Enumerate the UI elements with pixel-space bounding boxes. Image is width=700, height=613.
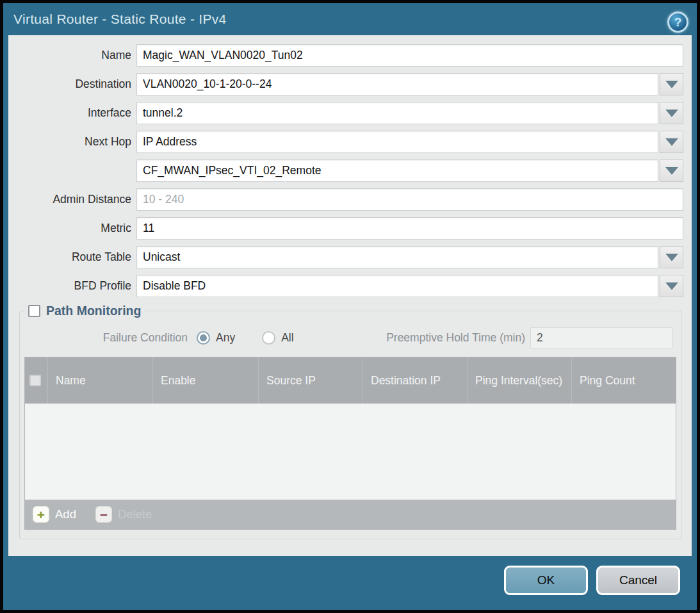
delete-button[interactable]: − Delete bbox=[95, 506, 152, 523]
add-icon: + bbox=[33, 506, 49, 523]
dialog-window: Virtual Router - Static Route - IPv4 ? N… bbox=[3, 3, 697, 610]
bfd-profile-select[interactable]: Disable BFD bbox=[136, 275, 658, 297]
chevron-down-icon bbox=[665, 167, 678, 175]
next-hop-address-dropdown-button[interactable] bbox=[660, 159, 683, 182]
column-header-ping-count: Ping Count bbox=[572, 357, 676, 404]
bfd-profile-selected-value: Disable BFD bbox=[143, 279, 206, 293]
form-row-next-hop: Next Hop IP Address bbox=[8, 131, 683, 153]
route-table-select[interactable]: Unicast bbox=[136, 246, 658, 268]
interface-label: Interface bbox=[8, 106, 131, 120]
destination-label: Destination bbox=[8, 78, 131, 91]
radio-any-label: Any bbox=[216, 331, 235, 345]
help-icon-glyph: ? bbox=[674, 15, 682, 29]
metric-label: Metric bbox=[8, 222, 131, 235]
route-table-label: Route Table bbox=[8, 250, 131, 264]
path-monitoring-table-header: Name Enable Source IP Destination IP Pin… bbox=[25, 357, 676, 404]
chevron-down-icon bbox=[665, 254, 678, 261]
delete-icon: − bbox=[95, 506, 112, 523]
radio-all-label: All bbox=[281, 331, 293, 345]
column-header-source-ip: Source IP bbox=[259, 357, 363, 404]
path-monitoring-checkbox[interactable] bbox=[28, 305, 40, 317]
path-monitoring-group: Path Monitoring Failure Condition Any Al… bbox=[19, 304, 681, 539]
cancel-button[interactable]: Cancel bbox=[596, 566, 680, 595]
dialog-footer: OK Cancel bbox=[504, 566, 680, 595]
chevron-down-icon bbox=[665, 282, 678, 290]
admin-distance-input[interactable] bbox=[136, 188, 683, 211]
help-icon[interactable]: ? bbox=[667, 12, 688, 33]
path-monitoring-title: Path Monitoring bbox=[46, 304, 141, 318]
chevron-down-icon bbox=[665, 138, 678, 146]
form-row-bfd-profile: BFD Profile Disable BFD bbox=[8, 275, 683, 297]
metric-input[interactable] bbox=[136, 217, 683, 240]
interface-dropdown-button[interactable] bbox=[660, 102, 683, 124]
path-monitoring-table-body bbox=[25, 404, 676, 500]
destination-dropdown-button[interactable] bbox=[660, 73, 683, 95]
column-header-name: Name bbox=[48, 357, 153, 404]
form-row-name: Name bbox=[8, 44, 683, 67]
form-row-admin-distance: Admin Distance bbox=[8, 188, 683, 211]
form-row-route-table: Route Table Unicast bbox=[8, 246, 683, 268]
chevron-down-icon bbox=[665, 110, 678, 117]
next-hop-label: Next Hop bbox=[8, 135, 131, 149]
path-monitoring-table-toolbar: + Add − Delete bbox=[25, 500, 676, 529]
radio-any-icon bbox=[197, 331, 210, 345]
next-hop-dropdown-button[interactable] bbox=[660, 131, 683, 153]
admin-distance-label: Admin Distance bbox=[8, 193, 131, 206]
form-row-interface: Interface bbox=[8, 102, 683, 124]
failure-condition-label: Failure Condition bbox=[24, 331, 188, 345]
add-button-label: Add bbox=[55, 507, 76, 521]
bfd-profile-dropdown-button[interactable] bbox=[660, 275, 683, 297]
dialog-titlebar: Virtual Router - Static Route - IPv4 bbox=[3, 3, 697, 35]
interface-input[interactable] bbox=[136, 102, 658, 124]
column-header-enable: Enable bbox=[153, 357, 259, 404]
name-input[interactable] bbox=[136, 44, 683, 67]
form-row-destination: Destination bbox=[8, 73, 683, 95]
next-hop-selected-value: IP Address bbox=[143, 135, 197, 149]
column-header-ping-interval: Ping Interval(sec) bbox=[468, 357, 572, 404]
failure-condition-option-all[interactable]: All bbox=[262, 331, 293, 345]
name-label: Name bbox=[8, 49, 131, 62]
radio-all-icon bbox=[262, 331, 275, 345]
preemptive-hold-time-input[interactable] bbox=[530, 327, 672, 348]
path-monitoring-table: Name Enable Source IP Destination IP Pin… bbox=[24, 357, 676, 530]
next-hop-address-input[interactable] bbox=[136, 159, 658, 182]
next-hop-select[interactable]: IP Address bbox=[136, 131, 658, 153]
select-all-checkbox[interactable] bbox=[29, 375, 41, 386]
form-row-next-hop-address bbox=[8, 159, 683, 182]
column-header-destination-ip: Destination IP bbox=[363, 357, 468, 404]
ok-button[interactable]: OK bbox=[504, 566, 588, 595]
route-table-dropdown-button[interactable] bbox=[660, 246, 683, 268]
route-table-selected-value: Unicast bbox=[143, 250, 180, 264]
header-checkbox-cell bbox=[25, 357, 48, 404]
path-monitoring-legend: Path Monitoring bbox=[24, 304, 145, 318]
delete-button-label: Delete bbox=[118, 507, 152, 521]
bfd-profile-label: BFD Profile bbox=[8, 279, 131, 293]
form-row-metric: Metric bbox=[8, 217, 683, 240]
chevron-down-icon bbox=[665, 81, 678, 88]
dialog-body: Name Destination Interface bbox=[8, 35, 692, 556]
destination-input[interactable] bbox=[136, 73, 658, 95]
dialog-title: Virtual Router - Static Route - IPv4 bbox=[13, 12, 227, 27]
preemptive-hold-time-label: Preemptive Hold Time (min) bbox=[386, 331, 525, 345]
add-button[interactable]: + Add bbox=[33, 506, 76, 523]
failure-condition-row: Failure Condition Any All Preemptive Hol… bbox=[24, 327, 676, 348]
failure-condition-option-any[interactable]: Any bbox=[197, 331, 235, 345]
